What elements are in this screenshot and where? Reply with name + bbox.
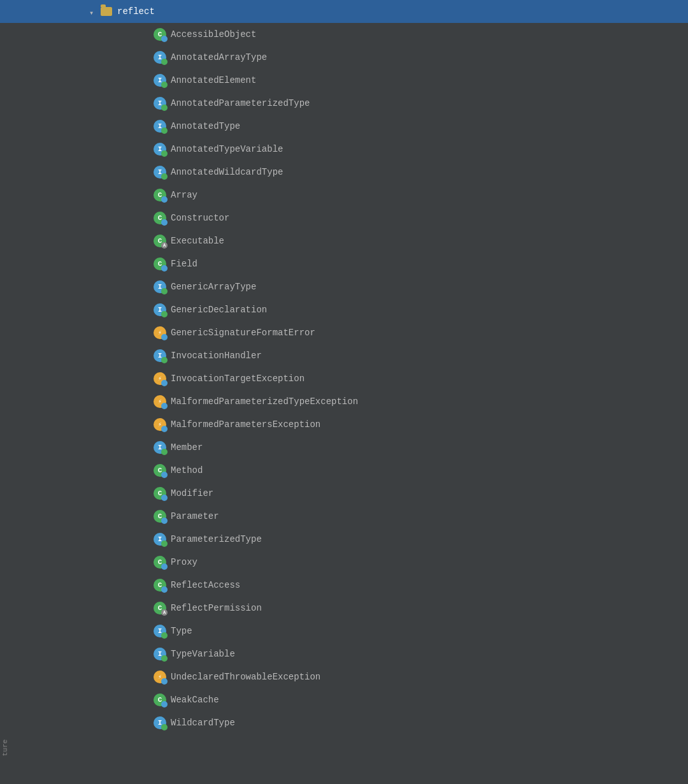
- icon-wrapper: C: [153, 509, 167, 523]
- list-item[interactable]: CConstructor: [0, 207, 688, 229]
- icon-wrapper: C: [153, 693, 167, 707]
- class-icon: C: [154, 693, 166, 706]
- list-item[interactable]: CAccessibleObject: [0, 23, 688, 46]
- folder-row-reflect[interactable]: reflect: [0, 0, 688, 23]
- item-label: Executable: [171, 236, 224, 246]
- icon-wrapper: C: [153, 27, 167, 41]
- item-label: AnnotatedParameterizedType: [171, 98, 310, 108]
- icon-wrapper: C: [153, 578, 167, 592]
- interface-badge: [161, 311, 168, 317]
- interface-badge: [161, 632, 168, 639]
- class-icon: CA: [154, 235, 166, 247]
- interface-icon: I: [154, 97, 166, 110]
- item-label: Method: [171, 465, 203, 475]
- icon-wrapper: I: [153, 119, 167, 133]
- item-label: WildcardType: [171, 718, 235, 728]
- exception-badge: [161, 380, 168, 386]
- item-label: Parameter: [171, 511, 219, 521]
- class-badge: [161, 219, 168, 226]
- list-item[interactable]: IParameterizedType: [0, 528, 688, 551]
- exception-icon: ⚡: [154, 326, 166, 339]
- chevron-down-icon: [89, 8, 97, 15]
- icon-wrapper: C: [153, 486, 167, 500]
- class-icon: C: [154, 28, 166, 41]
- interface-icon: I: [154, 303, 166, 316]
- icon-wrapper: CA: [153, 601, 167, 615]
- list-item[interactable]: CField: [0, 252, 688, 275]
- exception-badge: [161, 403, 168, 409]
- class-badge: [161, 36, 168, 42]
- list-item[interactable]: CParameter: [0, 505, 688, 528]
- item-label: Proxy: [171, 557, 197, 567]
- list-item[interactable]: IMember: [0, 436, 688, 459]
- item-label: ReflectPermission: [171, 603, 262, 613]
- item-label: WeakCache: [171, 695, 219, 705]
- list-item[interactable]: ⚡GenericSignatureFormatError: [0, 321, 688, 344]
- list-item[interactable]: CWeakCache: [0, 688, 688, 711]
- item-label: MalformedParameterizedTypeException: [171, 396, 358, 407]
- exception-badge: [161, 678, 168, 685]
- interface-badge: [161, 82, 168, 88]
- list-item[interactable]: CAReflectPermission: [0, 597, 688, 620]
- tree-items: CAccessibleObjectIAnnotatedArrayTypeIAnn…: [0, 23, 688, 734]
- interface-icon: I: [154, 166, 166, 178]
- list-item[interactable]: ITypeVariable: [0, 642, 688, 665]
- icon-wrapper: I: [153, 716, 167, 730]
- list-item[interactable]: IAnnotatedParameterizedType: [0, 92, 688, 115]
- interface-badge: [161, 449, 168, 455]
- item-label: AccessibleObject: [171, 29, 256, 40]
- list-item[interactable]: IInvocationHandler: [0, 344, 688, 367]
- icon-wrapper: ⚡: [153, 372, 167, 386]
- item-label: GenericDeclaration: [171, 305, 267, 315]
- interface-badge: [161, 288, 168, 294]
- class-icon: C: [154, 510, 166, 523]
- class-badge: A: [161, 242, 168, 249]
- list-item[interactable]: IAnnotatedArrayType: [0, 46, 688, 69]
- interface-icon: I: [154, 349, 166, 362]
- item-label: UndeclaredThrowableException: [171, 672, 320, 682]
- list-item[interactable]: ⚡UndeclaredThrowableException: [0, 665, 688, 688]
- interface-icon: I: [154, 51, 166, 64]
- list-item[interactable]: CModifier: [0, 482, 688, 505]
- tree-container: reflect CAccessibleObjectIAnnotatedArray…: [0, 0, 688, 734]
- class-icon: C: [154, 487, 166, 500]
- interface-icon: I: [154, 533, 166, 546]
- list-item[interactable]: IType: [0, 620, 688, 642]
- exception-icon: ⚡: [154, 372, 166, 385]
- class-badge: [161, 586, 168, 593]
- item-label: Type: [171, 626, 192, 636]
- list-item[interactable]: IAnnotatedWildcardType: [0, 161, 688, 184]
- list-item[interactable]: ⚡MalformedParameterizedTypeException: [0, 390, 688, 413]
- list-item[interactable]: IGenericArrayType: [0, 275, 688, 298]
- class-badge: [161, 472, 168, 478]
- icon-wrapper: I: [153, 73, 167, 87]
- list-item[interactable]: ⚡MalformedParametersException: [0, 413, 688, 436]
- list-item[interactable]: CReflectAccess: [0, 574, 688, 597]
- list-item[interactable]: IAnnotatedElement: [0, 69, 688, 92]
- icon-wrapper: I: [153, 647, 167, 661]
- icon-wrapper: I: [153, 532, 167, 546]
- list-item[interactable]: ⚡InvocationTargetException: [0, 367, 688, 390]
- list-item[interactable]: CMethod: [0, 459, 688, 482]
- list-item[interactable]: IGenericDeclaration: [0, 298, 688, 321]
- list-item[interactable]: CProxy: [0, 551, 688, 574]
- list-item[interactable]: IWildcardType: [0, 711, 688, 734]
- list-item[interactable]: IAnnotatedTypeVariable: [0, 138, 688, 161]
- exception-badge: [161, 334, 168, 340]
- list-item[interactable]: CAExecutable: [0, 229, 688, 252]
- list-item[interactable]: IAnnotatedType: [0, 115, 688, 138]
- exception-badge: [161, 426, 168, 432]
- item-label: AnnotatedTypeVariable: [171, 144, 283, 154]
- interface-badge: [161, 59, 168, 65]
- side-label: ture: [0, 737, 10, 759]
- item-label: TypeVariable: [171, 649, 235, 659]
- list-item[interactable]: CArray: [0, 184, 688, 207]
- icon-wrapper: CA: [153, 234, 167, 248]
- icon-wrapper: I: [153, 624, 167, 638]
- interface-badge: [161, 150, 168, 157]
- icon-wrapper: C: [153, 211, 167, 225]
- interface-badge: [161, 541, 168, 547]
- item-label: GenericArrayType: [171, 282, 256, 292]
- item-label: AnnotatedElement: [171, 75, 256, 85]
- icon-wrapper: C: [153, 188, 167, 202]
